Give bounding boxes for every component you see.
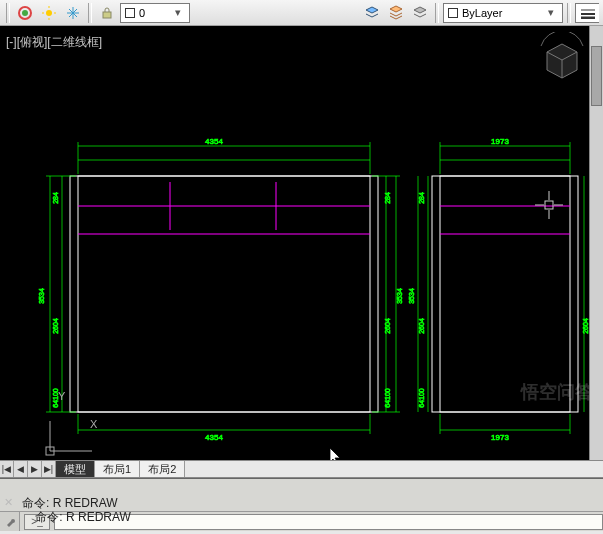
ucs-icon (46, 421, 92, 455)
scrollbar-thumb[interactable] (591, 46, 602, 106)
svg-text:1973: 1973 (491, 433, 509, 442)
tab-layout1[interactable]: 布局1 (95, 461, 140, 477)
layers-button-3[interactable] (409, 2, 431, 24)
layers-button-2[interactable] (385, 2, 407, 24)
viewcube[interactable] (537, 32, 587, 82)
command-history-text-1: 命令: R REDRAW (35, 510, 131, 524)
svg-text:64100: 64100 (384, 388, 391, 408)
svg-text:2604: 2604 (418, 318, 425, 334)
command-history-line-1: ✕ 命令: R REDRAW (0, 479, 603, 495)
svg-text:284: 284 (52, 192, 59, 204)
chevron-down-icon: ▾ (171, 6, 185, 19)
freeze-button[interactable] (62, 2, 84, 24)
sun-button[interactable] (38, 2, 60, 24)
layer-combo-text: 0 (139, 7, 145, 19)
snowflake-icon (66, 6, 80, 20)
toolbar-separator (88, 3, 92, 23)
svg-text:284: 284 (418, 192, 425, 204)
svg-text:2604: 2604 (384, 318, 391, 334)
command-tool-button[interactable] (0, 512, 20, 531)
lineweight-icon (580, 7, 595, 19)
ucs-x-label: X (90, 418, 97, 430)
svg-rect-15 (78, 176, 370, 412)
layers-icon (364, 5, 380, 21)
tab-nav-last[interactable]: ▶| (42, 461, 56, 477)
command-panel: ✕ 命令: R REDRAW 命令: R REDRAW >_ (0, 478, 603, 531)
svg-text:3534: 3534 (408, 288, 415, 304)
close-icon[interactable]: ✕ (4, 495, 13, 510)
tab-nav-prev[interactable]: ◀ (14, 461, 28, 477)
command-history-line-2: 命令: R REDRAW (0, 495, 603, 511)
color-wheel-button[interactable] (14, 2, 36, 24)
svg-text:3534: 3534 (38, 288, 45, 304)
layers-button-1[interactable] (361, 2, 383, 24)
toolbar-grip[interactable] (6, 3, 10, 23)
lock-icon (100, 6, 114, 20)
panel-2: 1973 1973 3534 2604 284 64100 (408, 137, 601, 442)
svg-text:284: 284 (384, 192, 391, 204)
vertical-scrollbar[interactable] (589, 26, 603, 460)
main-toolbar: 0 ▾ ByLayer ▾ (0, 0, 603, 26)
layer-states-icon (412, 5, 428, 21)
svg-rect-11 (103, 12, 111, 18)
svg-rect-16 (70, 176, 378, 412)
tab-layout2[interactable]: 布局2 (140, 461, 185, 477)
tab-nav-next[interactable]: ▶ (28, 461, 42, 477)
ucs-y-label: Y (58, 390, 65, 402)
command-input[interactable] (54, 514, 603, 530)
tabs-empty-area (185, 461, 603, 477)
svg-text:3534: 3534 (396, 288, 403, 304)
cad-canvas: 4354 4354 3534 2604 284 64100 (0, 26, 603, 460)
linetype-swatch (448, 8, 458, 18)
sun-icon (41, 5, 57, 21)
drawing-viewport[interactable]: [-][俯视][二维线框] 4354 (0, 26, 603, 460)
svg-text:2604: 2604 (52, 318, 59, 334)
layer-color-swatch (125, 8, 135, 18)
crosshair-cursor (535, 191, 563, 219)
toolbar-separator-3 (567, 3, 571, 23)
chevron-down-icon: ▾ (544, 6, 558, 19)
wrench-icon (4, 516, 16, 528)
svg-text:4354: 4354 (205, 433, 223, 442)
linetype-combo[interactable]: ByLayer ▾ (443, 3, 563, 23)
layout-tabs: |◀ ◀ ▶ ▶| 模型 布局1 布局2 (0, 460, 603, 478)
color-wheel-icon (17, 5, 33, 21)
layers-stack-icon (388, 5, 404, 21)
svg-point-2 (46, 10, 52, 16)
svg-point-1 (22, 10, 28, 16)
tab-nav-first[interactable]: |◀ (0, 461, 14, 477)
panel-1: 4354 4354 3534 2604 284 64100 (38, 137, 403, 442)
svg-text:2604: 2604 (582, 318, 589, 334)
svg-text:1973: 1973 (491, 137, 509, 146)
lock-button[interactable] (96, 2, 118, 24)
toolbar-separator-2 (435, 3, 439, 23)
svg-text:64100: 64100 (418, 388, 425, 408)
tab-model[interactable]: 模型 (56, 461, 95, 477)
svg-rect-73 (545, 201, 553, 209)
lineweight-combo[interactable] (575, 3, 599, 23)
linetype-combo-text: ByLayer (462, 7, 502, 19)
layer-combo[interactable]: 0 ▾ (120, 3, 190, 23)
svg-text:4354: 4354 (205, 137, 223, 146)
